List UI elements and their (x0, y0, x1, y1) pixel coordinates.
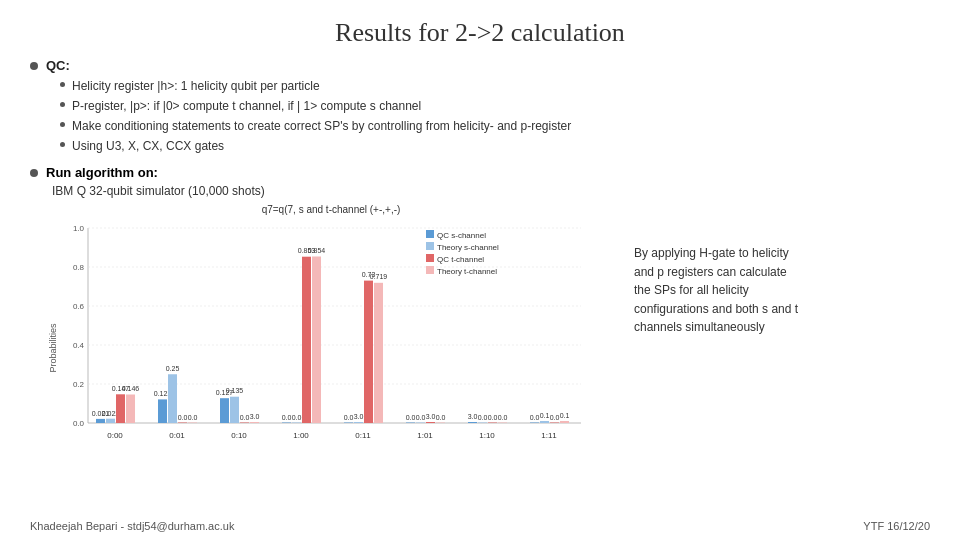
qc-sub-bullets: Helicity register |h>: 1 helicity qubit … (60, 77, 930, 155)
svg-rect-45 (302, 257, 311, 423)
svg-text:3.0: 3.0 (468, 413, 478, 420)
chart-svg: Probabilities 1.0 0.8 0.6 (46, 218, 606, 463)
svg-rect-68 (468, 422, 477, 423)
svg-text:0.0: 0.0 (292, 414, 302, 421)
svg-rect-29 (188, 423, 197, 424)
svg-text:0.4: 0.4 (73, 341, 85, 350)
svg-rect-36 (240, 423, 249, 424)
sub-dot (60, 102, 65, 107)
svg-text:0.0: 0.0 (478, 414, 488, 421)
qc-section: QC: Helicity register |h>: 1 helicity qu… (30, 58, 930, 155)
footer-left: Khadeejah Bepari - stdj54@durham.ac.uk (30, 520, 234, 532)
svg-text:0.6: 0.6 (73, 302, 85, 311)
svg-text:0.8: 0.8 (73, 263, 85, 272)
svg-text:0.0: 0.0 (188, 414, 198, 421)
svg-rect-23 (158, 399, 167, 423)
footer: Khadeejah Bepari - stdj54@durham.ac.uk Y… (30, 520, 930, 532)
svg-rect-72 (488, 423, 497, 424)
svg-rect-25 (168, 374, 177, 423)
chart-area: Probabilities 1.0 0.8 0.6 (46, 218, 616, 463)
sidebar-text: By applying H-gate to helicity and p reg… (634, 204, 799, 337)
svg-text:3.0: 3.0 (426, 413, 436, 420)
svg-text:0.0: 0.0 (416, 414, 426, 421)
svg-rect-92 (426, 266, 434, 274)
svg-rect-54 (364, 281, 373, 423)
svg-text:0.1: 0.1 (540, 412, 550, 419)
svg-rect-43 (292, 423, 301, 424)
svg-rect-90 (426, 254, 434, 262)
svg-text:0.1: 0.1 (560, 412, 570, 419)
chart-and-sidebar: q7=q(7, s and t-channel (+-,+,-) Probabi… (30, 204, 930, 474)
svg-rect-20 (126, 395, 135, 424)
svg-rect-56 (374, 283, 383, 423)
svg-text:0.2: 0.2 (73, 380, 85, 389)
svg-text:Theory t-channel: Theory t-channel (437, 267, 497, 276)
svg-rect-77 (530, 423, 539, 424)
svg-rect-79 (540, 421, 549, 423)
run-bullet-dot (30, 169, 38, 177)
run-section: Run algorithm on: IBM Q 32-qubit simulat… (30, 165, 930, 198)
svg-text:0.0: 0.0 (498, 414, 508, 421)
svg-rect-14 (96, 419, 105, 423)
svg-text:0.25: 0.25 (166, 365, 180, 372)
svg-text:0.0: 0.0 (178, 414, 188, 421)
svg-text:Probabilities: Probabilities (48, 323, 58, 373)
svg-text:0.854: 0.854 (308, 247, 326, 254)
svg-rect-32 (220, 398, 229, 423)
svg-text:0.0: 0.0 (530, 414, 540, 421)
svg-rect-47 (312, 257, 321, 424)
svg-rect-83 (560, 421, 569, 423)
svg-rect-34 (230, 397, 239, 423)
svg-text:1:10: 1:10 (479, 431, 495, 440)
svg-text:0:11: 0:11 (355, 431, 371, 440)
svg-rect-18 (116, 394, 125, 423)
svg-text:0.719: 0.719 (370, 273, 388, 280)
svg-text:QC t-channel: QC t-channel (437, 255, 484, 264)
svg-rect-52 (354, 422, 363, 423)
svg-text:0.0: 0.0 (240, 414, 250, 421)
svg-rect-38 (250, 422, 259, 423)
svg-text:0:00: 0:00 (107, 431, 123, 440)
svg-text:1:11: 1:11 (541, 431, 557, 440)
sub-dot (60, 82, 65, 87)
svg-text:0.0: 0.0 (436, 414, 446, 421)
svg-rect-74 (498, 423, 507, 424)
svg-rect-86 (426, 230, 434, 238)
svg-text:1.0: 1.0 (73, 224, 85, 233)
svg-rect-50 (344, 423, 353, 424)
qc-bullet-4: Using U3, X, CX, CCX gates (72, 137, 224, 155)
svg-rect-16 (106, 419, 115, 423)
main-bullet-dot (30, 62, 38, 70)
svg-text:3.0: 3.0 (250, 413, 260, 420)
qc-label: QC: (46, 58, 70, 73)
svg-text:0:01: 0:01 (169, 431, 185, 440)
page-title: Results for 2->2 calculation (0, 0, 960, 58)
sub-dot (60, 122, 65, 127)
qc-bullet-2: P-register, |p>: if |0> compute t channe… (72, 97, 421, 115)
svg-text:1:01: 1:01 (417, 431, 433, 440)
qc-bullet-3: Make conditioning statements to create c… (72, 117, 571, 135)
svg-text:Theory s-channel: Theory s-channel (437, 243, 499, 252)
svg-text:0.135: 0.135 (226, 387, 244, 394)
svg-rect-41 (282, 423, 291, 424)
svg-rect-61 (416, 423, 425, 424)
qc-bullet-1: Helicity register |h>: 1 helicity qubit … (72, 77, 320, 95)
svg-text:0:10: 0:10 (231, 431, 247, 440)
svg-text:0.0: 0.0 (550, 414, 560, 421)
svg-rect-70 (478, 423, 487, 424)
run-label: Run algorithm on: (46, 165, 158, 180)
svg-rect-59 (406, 423, 415, 424)
chart-title: q7=q(7, s and t-channel (+-,+,-) (46, 204, 616, 215)
sub-dot (60, 142, 65, 147)
svg-text:0.0: 0.0 (406, 414, 416, 421)
svg-text:0.0: 0.0 (488, 414, 498, 421)
svg-text:0.0: 0.0 (282, 414, 292, 421)
run-detail: IBM Q 32-qubit simulator (10,000 shots) (52, 184, 930, 198)
footer-right: YTF 16/12/20 (863, 520, 930, 532)
svg-text:0.0: 0.0 (73, 419, 85, 428)
svg-rect-63 (426, 422, 435, 423)
svg-text:1:00: 1:00 (293, 431, 309, 440)
svg-rect-65 (436, 423, 445, 424)
svg-rect-88 (426, 242, 434, 250)
svg-text:0.146: 0.146 (122, 385, 140, 392)
